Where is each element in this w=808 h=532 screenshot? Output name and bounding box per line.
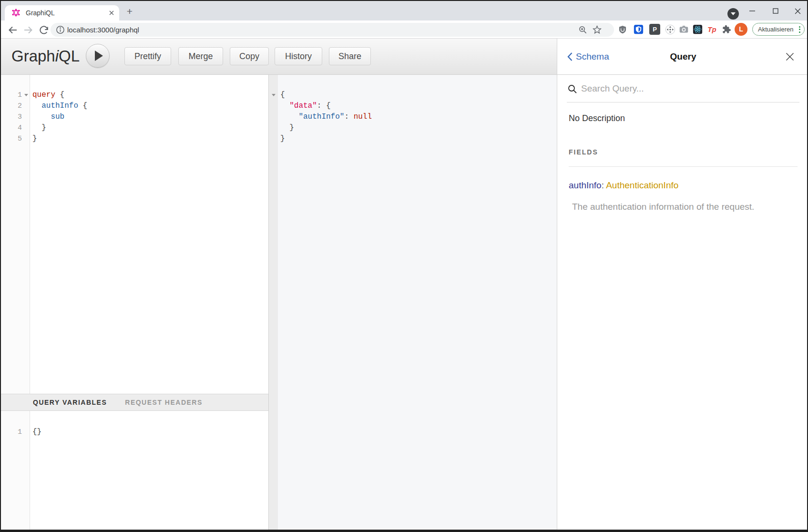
pane-divider[interactable] [268, 75, 278, 531]
variables-editor[interactable]: 1{} [1, 411, 268, 531]
graphiql-topbar: GraphiQL Prettify Merge Copy History Sha… [1, 39, 557, 75]
prettify-button[interactable]: Prettify [124, 47, 171, 65]
doc-explorer-contents: No Description FIELDS authInfo: Authenti… [557, 113, 808, 213]
search-icon [568, 84, 577, 94]
fold-column [22, 101, 30, 112]
window-minimize-button[interactable] [744, 5, 760, 17]
download-status-icon[interactable] [727, 8, 739, 20]
code-line: 1{} [1, 427, 268, 438]
new-tab-button[interactable]: + [125, 7, 134, 16]
back-button[interactable] [7, 24, 19, 36]
fields-divider [569, 166, 798, 167]
browser-window: GraphiQL + [0, 0, 808, 532]
line-number: 1 [1, 427, 22, 438]
doc-explorer: Schema Query No Description FIELDS authI… [557, 39, 808, 531]
tab-close-icon[interactable] [109, 10, 114, 16]
react-devtools-extension-icon[interactable] [692, 24, 703, 35]
execute-query-button[interactable] [86, 44, 110, 68]
code-line: "authInfo": null [278, 112, 557, 123]
tab-request-headers[interactable]: REQUEST HEADERS [125, 399, 203, 406]
zoom-icon[interactable] [578, 25, 587, 34]
line-number: 2 [1, 101, 22, 112]
code-line: 3 sub [1, 112, 268, 123]
doc-search-input[interactable] [581, 82, 786, 96]
tab-query-variables[interactable]: QUERY VARIABLES [33, 399, 107, 406]
window-close-button[interactable] [789, 5, 806, 17]
field-item: authInfo: AuthenticationInfo [569, 179, 798, 191]
fold-column [22, 133, 30, 144]
bookmark-star-icon[interactable] [593, 25, 602, 34]
code-line: 1query { [1, 90, 268, 101]
variables-section-bar: QUERY VARIABLES REQUEST HEADERS [1, 394, 268, 411]
doc-explorer-title: Query [557, 39, 808, 75]
result-viewer: { "data": { "authInfo": null }} [278, 75, 557, 531]
address-bar[interactable]: localhost:3000/graphql [51, 23, 614, 37]
reload-button[interactable] [38, 24, 50, 36]
browser-menu-icon[interactable] [799, 26, 800, 33]
query-editor[interactable]: 1query {2 authInfo {3 sub4 }5} [1, 75, 268, 394]
code-line: } [278, 133, 557, 144]
code-line: 5} [1, 133, 268, 144]
code-line: 4 } [1, 123, 268, 133]
code-line: "data": { [278, 101, 557, 112]
graphiql-logo: GraphiQL [11, 39, 80, 74]
doc-search-row [567, 75, 799, 102]
fields-heading: FIELDS [569, 148, 798, 156]
browser-toolbar: localhost:3000/graphql P Tp L Aktuali [1, 20, 807, 39]
browser-tab[interactable]: GraphiQL [5, 5, 119, 20]
code-line: } [278, 123, 557, 133]
p-extension-icon[interactable]: P [649, 24, 660, 35]
tp-extension-icon[interactable]: Tp [706, 24, 717, 35]
fold-column [22, 427, 30, 438]
code-line: 2 authInfo { [1, 101, 268, 112]
bitwarden-extension-icon[interactable] [633, 24, 644, 35]
result-fold-icon[interactable] [272, 94, 276, 96]
code-line: { [278, 90, 557, 101]
line-number: 3 [1, 112, 22, 123]
window-maximize-button[interactable] [767, 5, 784, 17]
page-info-icon[interactable] [56, 25, 65, 34]
share-button[interactable]: Share [329, 47, 371, 65]
profile-avatar[interactable]: L [735, 23, 747, 36]
line-number: 4 [1, 123, 22, 133]
play-icon [95, 51, 103, 61]
fold-icon[interactable] [22, 90, 30, 101]
graphql-favicon-icon [12, 9, 20, 17]
forward-button[interactable] [22, 24, 34, 36]
field-description: The authentication information of the re… [569, 201, 798, 213]
url-text[interactable]: localhost:3000/graphql [67, 23, 139, 37]
update-button-label: Aktualisieren [758, 26, 798, 33]
move-extension-icon[interactable] [665, 24, 675, 35]
fold-column [22, 123, 30, 133]
tab-strip: GraphiQL + [1, 1, 807, 20]
history-button[interactable]: History [275, 47, 322, 65]
line-number: 1 [1, 90, 22, 101]
fold-column [22, 112, 30, 123]
ublock-extension-icon[interactable] [617, 24, 628, 35]
type-description: No Description [569, 113, 798, 124]
merge-button[interactable]: Merge [178, 47, 223, 65]
camera-extension-icon[interactable] [678, 24, 689, 35]
type-name-link[interactable]: AuthenticationInfo [606, 180, 678, 190]
extensions-puzzle-icon[interactable] [721, 24, 732, 35]
update-browser-button[interactable]: Aktualisieren [752, 23, 805, 36]
doc-explorer-header: Schema Query [557, 39, 808, 75]
line-number: 5 [1, 133, 22, 144]
tab-title: GraphiQL [26, 9, 55, 17]
field-name-link[interactable]: authInfo [569, 180, 602, 190]
copy-button[interactable]: Copy [230, 47, 269, 65]
doc-close-icon[interactable] [785, 52, 795, 61]
